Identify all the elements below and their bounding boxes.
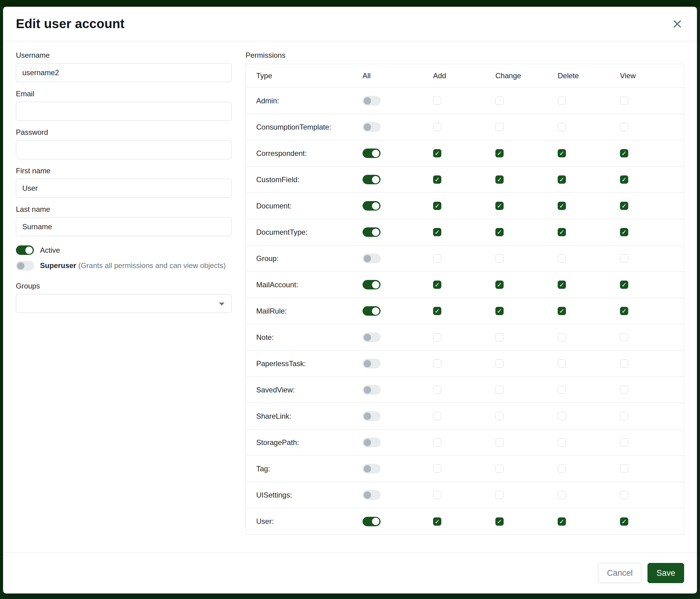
permission-change-checkbox[interactable] [495,175,504,184]
permission-all-toggle[interactable] [362,227,380,237]
permission-all-toggle[interactable] [362,148,380,158]
permission-add-checkbox[interactable] [433,97,441,105]
permission-delete-checkbox[interactable] [558,254,566,263]
permission-add-checkbox[interactable] [433,307,441,315]
permission-add-checkbox[interactable] [433,149,441,158]
permission-view-checkbox[interactable] [620,438,628,447]
permission-all-toggle[interactable] [362,438,380,447]
password-field[interactable] [16,140,231,159]
permission-delete-checkbox[interactable] [558,281,566,289]
last-name-field[interactable] [16,217,231,236]
permission-change-checkbox[interactable] [495,97,504,105]
permission-view-checkbox[interactable] [620,307,628,315]
permission-view-checkbox[interactable] [620,412,628,420]
permission-all-toggle[interactable] [362,306,380,316]
permission-delete-checkbox[interactable] [558,412,566,420]
superuser-toggle[interactable] [16,261,34,270]
permission-delete-checkbox[interactable] [558,202,566,210]
permission-all-toggle[interactable] [362,464,380,473]
permission-change-checkbox[interactable] [495,386,504,394]
save-button[interactable]: Save [648,563,684,583]
permission-view-checkbox[interactable] [620,202,628,210]
permission-change-checkbox[interactable] [495,359,504,368]
permission-all-toggle[interactable] [362,175,380,184]
permission-change-checkbox[interactable] [495,491,504,499]
permission-all-toggle[interactable] [362,411,380,421]
first-name-field[interactable] [16,179,231,198]
username-input[interactable] [16,63,231,82]
cancel-button[interactable]: Cancel [598,563,641,583]
permission-add-checkbox[interactable] [433,464,441,473]
permission-delete-checkbox[interactable] [558,175,566,184]
permission-change-checkbox[interactable] [495,228,504,236]
groups-select[interactable] [16,294,231,313]
permission-change-checkbox[interactable] [495,149,504,158]
permission-view-checkbox[interactable] [620,123,628,131]
permission-all-toggle[interactable] [362,333,380,342]
permission-view-checkbox[interactable] [620,228,628,236]
permission-delete-checkbox[interactable] [558,359,566,368]
permission-type-label: ConsumptionTemplate: [256,123,362,131]
permission-delete-checkbox[interactable] [558,307,566,315]
permission-add-checkbox[interactable] [433,175,441,184]
permission-view-checkbox[interactable] [620,491,628,499]
permission-all-toggle[interactable] [362,254,380,263]
permission-view-checkbox[interactable] [620,281,628,289]
permission-delete-checkbox[interactable] [558,438,566,447]
permission-add-checkbox[interactable] [433,281,441,289]
permission-delete-checkbox[interactable] [558,123,566,131]
permission-change-checkbox[interactable] [495,464,504,473]
permission-delete-checkbox[interactable] [558,464,566,473]
permission-view-checkbox[interactable] [620,333,628,341]
permission-add-checkbox[interactable] [433,412,441,420]
permission-all-toggle[interactable] [362,280,380,289]
permission-delete-checkbox[interactable] [558,386,566,394]
permission-change-checkbox[interactable] [495,202,504,210]
permission-change-checkbox[interactable] [495,412,504,420]
permission-all-toggle[interactable] [362,201,380,211]
close-icon[interactable]: × [670,18,684,30]
email-field[interactable] [16,102,231,121]
permission-all-toggle[interactable] [362,122,380,132]
permission-change-checkbox[interactable] [495,518,504,526]
permission-delete-checkbox[interactable] [558,97,566,105]
permission-change-checkbox[interactable] [495,254,504,263]
permission-all-toggle[interactable] [362,490,380,500]
permission-delete-checkbox[interactable] [558,491,566,499]
permission-view-checkbox[interactable] [620,254,628,263]
permission-add-checkbox[interactable] [433,386,441,394]
permission-change-checkbox[interactable] [495,123,504,131]
permission-change-checkbox[interactable] [495,438,504,447]
permission-view-checkbox[interactable] [620,464,628,473]
first-name-field-group: First name [16,167,231,198]
permission-add-checkbox[interactable] [433,359,441,368]
permission-add-checkbox[interactable] [433,333,441,341]
permission-delete-checkbox[interactable] [558,228,566,236]
permission-all-toggle[interactable] [362,359,380,368]
toggle-knob [372,229,379,236]
permission-delete-checkbox[interactable] [558,149,566,158]
permission-all-toggle[interactable] [362,517,380,526]
permission-change-checkbox[interactable] [495,307,504,315]
permission-add-checkbox[interactable] [433,228,441,236]
permission-view-checkbox[interactable] [620,97,628,105]
permission-view-checkbox[interactable] [620,359,628,368]
permission-add-checkbox[interactable] [433,491,441,499]
permission-change-checkbox[interactable] [495,281,504,289]
permission-view-checkbox[interactable] [620,175,628,184]
permission-add-checkbox[interactable] [433,123,441,131]
permission-view-checkbox[interactable] [620,149,628,158]
permission-delete-checkbox[interactable] [558,333,566,341]
permission-view-checkbox[interactable] [620,386,628,394]
permission-add-checkbox[interactable] [433,202,441,210]
permission-view-checkbox[interactable] [620,518,628,526]
permission-add-checkbox[interactable] [433,254,441,263]
active-toggle[interactable] [16,245,34,255]
permission-add-checkbox[interactable] [433,438,441,447]
permission-change-checkbox[interactable] [495,333,504,341]
permission-delete-checkbox[interactable] [558,518,566,526]
permission-all-toggle[interactable] [362,96,380,105]
permission-type-label: Note: [256,333,362,342]
permission-add-checkbox[interactable] [433,518,441,526]
permission-all-toggle[interactable] [362,385,380,394]
